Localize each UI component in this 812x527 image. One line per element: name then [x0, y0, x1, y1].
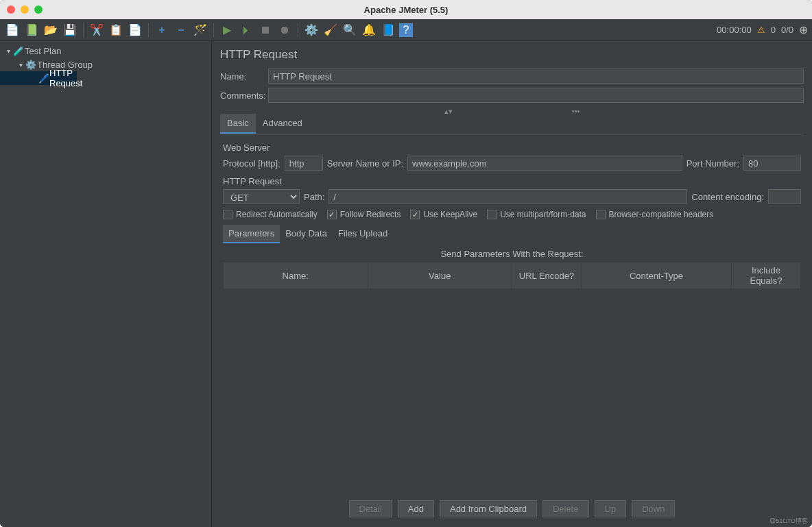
collapse-handle[interactable]: ▴▾ ••• — [220, 107, 804, 114]
multipart-checkbox[interactable]: Use multipart/form-data — [487, 210, 586, 219]
subtab-body[interactable]: Body Data — [280, 225, 333, 243]
expand-icon[interactable]: ⊕ — [799, 23, 808, 36]
thread-count: 0/0 — [781, 25, 793, 35]
copy-icon[interactable]: 📋 — [108, 22, 124, 38]
open-icon[interactable]: 📂 — [43, 22, 59, 38]
shutdown-icon[interactable]: ⏺ — [276, 22, 293, 38]
delete-button[interactable]: Delete — [542, 500, 589, 517]
app-window: Apache JMeter (5.5) 📄 📗 📂 💾 ✂️ 📋 📄 + − 🪄… — [0, 0, 812, 527]
clear-icon[interactable]: ⚙️ — [303, 22, 320, 38]
new-icon[interactable]: 📄 — [4, 22, 21, 38]
detail-button[interactable]: Detail — [349, 500, 392, 517]
start-no-timers-icon[interactable]: ⏵ — [238, 22, 254, 38]
templates-icon[interactable]: 📗 — [23, 22, 40, 38]
tree-panel: ▾ 🧪 Test Plan ▾ ⚙️ Thread Group 🖊️ HTTP … — [0, 41, 212, 527]
add-icon[interactable]: + — [154, 22, 170, 38]
comments-input[interactable] — [268, 88, 804, 103]
paste-icon[interactable]: 📄 — [127, 22, 143, 38]
comments-label: Comments: — [220, 90, 263, 101]
pipette-icon: 🖊️ — [38, 73, 49, 84]
path-input[interactable] — [329, 189, 687, 204]
webserver-section-label: Web Server — [223, 143, 801, 153]
remove-icon[interactable]: − — [173, 22, 189, 38]
chevron-down-icon[interactable]: ▾ — [4, 47, 12, 55]
tab-basic[interactable]: Basic — [220, 114, 256, 134]
col-value[interactable]: Value — [368, 262, 512, 289]
tree-label: HTTP Request — [49, 68, 82, 88]
port-label: Port Number: — [686, 158, 739, 169]
tree-item-threadgroup[interactable]: ▾ ⚙️ Thread Group — [0, 58, 211, 71]
method-select[interactable]: GET — [223, 189, 300, 204]
tree-item-testplan[interactable]: ▾ 🧪 Test Plan — [0, 44, 211, 58]
save-icon[interactable]: 💾 — [62, 22, 78, 38]
timer-label: 00:00:00 — [717, 25, 752, 35]
subtab-files[interactable]: Files Upload — [333, 225, 393, 243]
toolbar: 📄 📗 📂 💾 ✂️ 📋 📄 + − 🪄 ▶ ⏵ ⏹ ⏺ ⚙️ 🧹 🔍 🔔 📘 … — [0, 19, 812, 41]
col-encode[interactable]: URL Encode? — [512, 262, 582, 289]
help-icon[interactable]: ? — [399, 23, 413, 37]
error-count: 0 — [771, 25, 776, 35]
warning-icon[interactable]: ⚠ — [757, 25, 765, 35]
protocol-input[interactable] — [285, 156, 323, 171]
name-label: Name: — [220, 71, 263, 82]
col-ctype[interactable]: Content-Type — [582, 262, 732, 289]
httprequest-section-label: HTTP Request — [223, 176, 801, 186]
server-label: Server Name or IP: — [327, 158, 403, 169]
content-panel: HTTP Request Name: Comments: ▴▾ ••• Basi… — [212, 41, 812, 527]
function-helper-icon[interactable]: 🔔 — [361, 22, 377, 38]
gear-icon: ⚙️ — [25, 60, 37, 70]
tree-item-httprequest[interactable]: 🖊️ HTTP Request — [0, 71, 77, 85]
panel-title: HTTP Request — [220, 48, 804, 62]
up-button[interactable]: Up — [595, 500, 627, 517]
protocol-label: Protocol [http]: — [223, 158, 280, 169]
encoding-label: Content encoding: — [691, 192, 764, 202]
col-equals[interactable]: Include Equals? — [731, 262, 800, 289]
start-icon[interactable]: ▶ — [219, 22, 235, 38]
params-table: Name: Value URL Encode? Content-Type Inc… — [223, 262, 801, 289]
subtab-parameters[interactable]: Parameters — [223, 225, 280, 243]
stop-icon[interactable]: ⏹ — [257, 22, 274, 38]
options-icon[interactable]: 📘 — [380, 22, 396, 38]
cut-icon[interactable]: ✂️ — [88, 22, 105, 38]
server-input[interactable] — [407, 156, 682, 171]
keepalive-checkbox[interactable]: ✓Use KeepAlive — [410, 210, 477, 219]
col-name[interactable]: Name: — [224, 262, 368, 289]
follow-redirects-checkbox[interactable]: ✓Follow Redirects — [327, 210, 401, 219]
redirect-auto-checkbox[interactable]: Redirect Automatically — [223, 210, 318, 219]
down-button[interactable]: Down — [632, 500, 675, 517]
port-input[interactable] — [743, 156, 801, 171]
search-icon[interactable]: 🔍 — [342, 22, 358, 38]
encoding-input[interactable] — [768, 189, 801, 204]
params-table-title: Send Parameters With the Request: — [223, 249, 801, 259]
add-clipboard-button[interactable]: Add from Clipboard — [440, 500, 537, 517]
clear-all-icon[interactable]: 🧹 — [322, 22, 339, 38]
titlebar: Apache JMeter (5.5) — [0, 0, 812, 19]
window-title: Apache JMeter (5.5) — [0, 5, 812, 15]
path-label: Path: — [304, 192, 324, 202]
wand-icon[interactable]: 🪄 — [192, 22, 208, 38]
chevron-down-icon[interactable]: ▾ — [16, 61, 25, 69]
tree-label: Test Plan — [25, 46, 61, 56]
add-button[interactable]: Add — [398, 500, 434, 517]
watermark: @51CTO博客 — [769, 517, 808, 526]
flask-icon: 🧪 — [12, 46, 25, 56]
name-input[interactable] — [268, 69, 804, 84]
tab-advanced[interactable]: Advanced — [256, 114, 309, 134]
browser-compat-checkbox[interactable]: Browser-compatible headers — [596, 210, 714, 219]
